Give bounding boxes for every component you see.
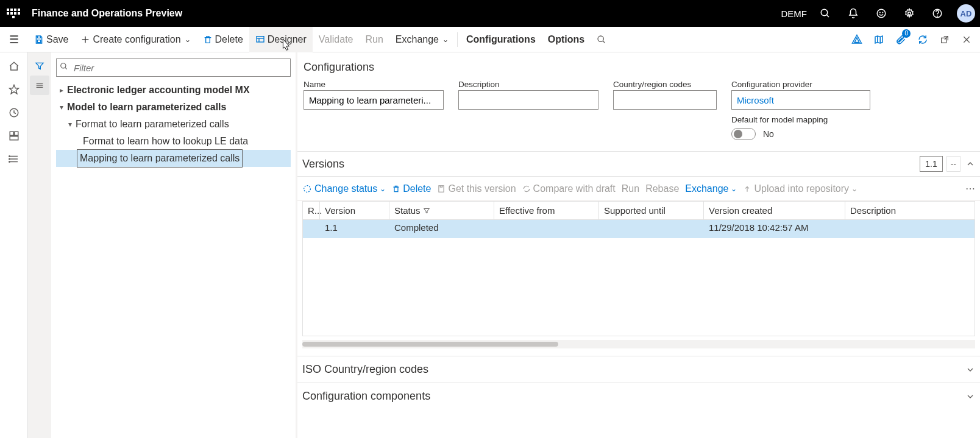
trash-icon (203, 35, 213, 44)
exchange-button[interactable]: Exchange ⌄ (389, 27, 455, 52)
column-header-supported[interactable]: Supported until (599, 202, 704, 219)
tree-node-label: Model to learn parameterized calls (67, 99, 226, 116)
filter-pane-icon[interactable] (30, 56, 49, 76)
chevron-down-icon: ⌄ (442, 35, 449, 44)
globe-icon[interactable] (846, 27, 868, 52)
compare-label: Compare with draft (533, 183, 616, 194)
user-avatar[interactable]: AD (957, 4, 975, 23)
company-picker[interactable]: DEMF (778, 9, 811, 19)
version-delete-button[interactable]: Delete (392, 183, 431, 194)
version-exchange-button[interactable]: Exchange ⌄ (685, 183, 737, 194)
horizontal-scrollbar[interactable] (302, 340, 975, 348)
default-mapping-toggle[interactable] (731, 128, 756, 140)
workspaces-icon[interactable] (0, 124, 28, 147)
country-region-codes-input[interactable] (613, 90, 717, 110)
designer-button[interactable]: Designer (249, 27, 313, 52)
tree-node-label: Format to learn how to lookup LE data (83, 133, 248, 150)
filter-icon[interactable] (423, 207, 430, 214)
svg-rect-42 (439, 185, 444, 192)
field-label-description: Description (458, 80, 598, 90)
configurations-label: Configurations (466, 34, 536, 45)
section-components[interactable]: Configuration components (297, 383, 980, 409)
refresh-icon[interactable] (912, 27, 934, 52)
modules-icon[interactable] (0, 147, 28, 171)
column-header-status[interactable]: Status (389, 202, 494, 219)
version-run-button: Run (622, 183, 639, 194)
change-status-button[interactable]: Change status ⌄ (302, 183, 386, 194)
recent-icon[interactable] (0, 101, 28, 124)
map-icon[interactable] (868, 27, 890, 52)
svg-line-40 (65, 68, 67, 69)
description-input[interactable] (458, 90, 598, 110)
tree-node[interactable]: ▾ Model to learn parameterized calls (56, 99, 291, 116)
column-header-effective[interactable]: Effective from (494, 202, 599, 219)
field-label-name: Name (304, 80, 444, 90)
list-pane-icon[interactable] (30, 76, 49, 95)
table-row[interactable]: 1.1 Completed 11/29/2018 10:42:57 AM (303, 220, 975, 238)
search-icon[interactable] (812, 0, 839, 27)
save-icon (34, 35, 44, 44)
change-status-label: Change status (314, 183, 377, 194)
close-icon[interactable] (956, 27, 978, 52)
delete-button[interactable]: Delete (197, 27, 249, 52)
svg-marker-35 (36, 63, 43, 69)
help-icon[interactable] (924, 0, 951, 27)
tree-node-label: Format to learn parameterized calls (76, 116, 229, 133)
configuration-provider-input[interactable] (731, 90, 870, 110)
version-badge[interactable]: 1.1 (920, 156, 942, 172)
run-label: Run (365, 34, 383, 45)
get-version-button: Get this version (437, 183, 516, 194)
chevron-up-icon[interactable] (965, 159, 975, 169)
svg-rect-26 (10, 132, 13, 135)
settings-icon[interactable] (896, 0, 923, 27)
tree-node-label: Mapping to learn parameterized calls (77, 149, 243, 168)
section-iso[interactable]: ISO Country/region codes (297, 356, 980, 383)
name-input[interactable] (304, 90, 444, 110)
feedback-icon[interactable] (868, 0, 895, 27)
tree-node[interactable]: Format to learn how to lookup LE data (56, 133, 291, 150)
exchange-label: Exchange (396, 34, 439, 45)
chevron-down-icon[interactable]: ▾ (56, 99, 67, 116)
favorites-icon[interactable] (0, 78, 28, 101)
svg-point-41 (304, 185, 311, 192)
svg-point-0 (821, 9, 828, 16)
chevron-right-icon[interactable]: ▸ (56, 82, 67, 99)
cell-status: Completed (389, 220, 494, 238)
app-launcher-button[interactable] (0, 0, 27, 27)
create-configuration-button[interactable]: Create configuration ⌄ (74, 27, 196, 52)
toolbar-search-button[interactable] (591, 27, 612, 52)
svg-point-5 (908, 12, 911, 15)
svg-line-15 (603, 41, 605, 43)
configurations-button[interactable]: Configurations (460, 27, 542, 52)
svg-point-39 (61, 63, 66, 68)
popout-icon[interactable] (934, 27, 956, 52)
svg-point-34 (9, 161, 10, 163)
tree-filter-input[interactable] (56, 58, 291, 77)
column-header-r[interactable]: R... (303, 202, 320, 219)
nav-hamburger-button[interactable]: ☰ (0, 27, 28, 52)
upload-label: Upload into repository (754, 183, 849, 194)
create-configuration-label: Create configuration (93, 34, 180, 45)
column-header-description[interactable]: Description (845, 202, 975, 219)
attachments-button[interactable]: 0 (890, 27, 912, 52)
home-icon[interactable] (0, 55, 28, 78)
validate-button[interactable]: Validate (313, 27, 360, 52)
column-header-version[interactable]: Version (320, 202, 389, 219)
tree-node-selected[interactable]: Mapping to learn parameterized calls (56, 150, 291, 167)
cell-description (845, 220, 975, 238)
column-header-created[interactable]: Version created (704, 202, 845, 219)
chevron-down-icon[interactable]: ▾ (65, 116, 76, 133)
options-button[interactable]: Options (542, 27, 591, 52)
svg-point-3 (879, 12, 880, 13)
section-title-versions: Versions (302, 158, 920, 171)
run-button[interactable]: Run (359, 27, 389, 52)
tree-node[interactable]: ▾ Format to learn parameterized calls (56, 116, 291, 133)
more-actions-button[interactable]: ⋯ (965, 183, 975, 194)
tree-node[interactable]: ▸ Electronic ledger accounting model MX (56, 82, 291, 99)
save-button[interactable]: Save (28, 27, 74, 52)
attachments-count: 0 (902, 29, 911, 38)
notifications-icon[interactable] (840, 0, 867, 27)
version-delete-label: Delete (403, 183, 431, 194)
rebase-button: Rebase (645, 183, 679, 194)
chevron-down-icon: ⌄ (851, 185, 857, 193)
